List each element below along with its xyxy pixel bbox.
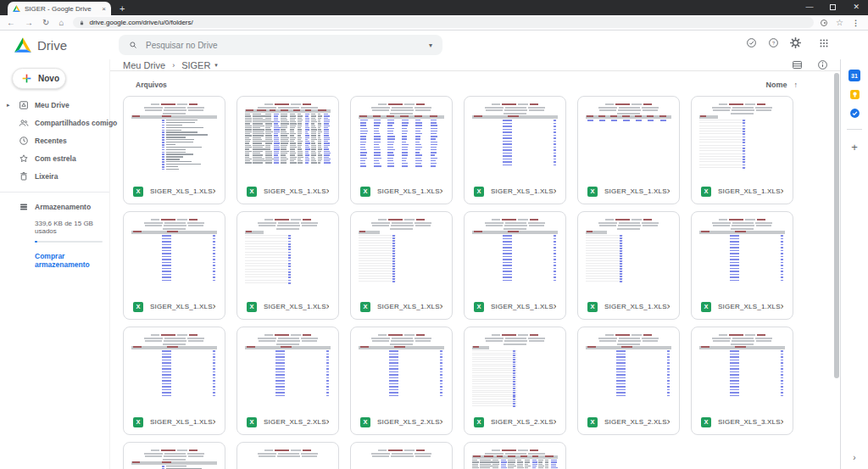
sidebar-item-label: Lixeira — [35, 172, 58, 181]
sidebar-item-meu-drive[interactable]: ▸ Meu Drive — [0, 96, 109, 114]
file-card[interactable]: X SIGER_XLS_1.XLSX — [691, 96, 793, 204]
file-card[interactable]: X SIGER_XLS_1.XLSX — [350, 96, 453, 204]
buy-storage-link[interactable]: Comprar armazenamento — [35, 252, 109, 269]
trash-icon — [19, 171, 29, 181]
file-thumbnail — [465, 97, 565, 179]
search-bar[interactable]: ▾ — [119, 35, 442, 55]
window-controls: — ✕ — [805, 3, 860, 11]
excel-file-icon: X — [701, 302, 711, 312]
file-card[interactable]: X SIGER_XLS_1.XLSX — [464, 96, 566, 204]
vertical-scrollbar[interactable] — [834, 73, 839, 378]
file-name: SIGER_XLS_1.XLSX — [604, 303, 670, 310]
starred-icon — [19, 154, 29, 164]
file-name: SIGER_XLS_1.XLSX — [264, 187, 329, 195]
search-icon — [129, 41, 137, 49]
sidebar-item-com-estrela[interactable]: ▸ Com estrela — [0, 149, 109, 167]
reload-icon[interactable]: ↻ — [42, 18, 49, 27]
forward-icon[interactable]: → — [25, 18, 33, 27]
toolbar-extension-icon[interactable] — [821, 20, 827, 26]
file-thumbnail — [692, 327, 793, 410]
browser-tab[interactable]: SIGER - Google Drive × — [8, 2, 111, 15]
help-icon[interactable]: ? — [768, 37, 779, 48]
file-card-footer: X SIGER_XLS_1.XLSX — [578, 179, 679, 204]
search-options-caret-icon[interactable]: ▾ — [429, 42, 432, 49]
file-thumbnail — [465, 443, 565, 469]
excel-file-icon: X — [247, 417, 257, 427]
file-card[interactable]: X — [236, 442, 339, 469]
file-card[interactable]: X SIGER_XLS_1.XLSX — [464, 211, 566, 320]
breadcrumb-separator-icon: › — [172, 61, 175, 70]
file-card[interactable]: X SIGER_XLS_1.XLSX — [577, 211, 680, 320]
info-icon[interactable] — [817, 59, 828, 70]
sidebar-item-storage[interactable]: Armazenamento — [0, 198, 109, 215]
file-name: SIGER_XLS_2.XLSX — [264, 418, 329, 426]
file-card-footer: X SIGER_XLS_1.XLSX — [237, 179, 338, 204]
file-card[interactable]: X SIGER_XLS_1.XLSX — [691, 211, 793, 320]
calendar-icon[interactable]: 31 — [849, 70, 860, 81]
offline-status-icon[interactable] — [746, 37, 757, 48]
breadcrumb-root[interactable]: Meu Drive — [123, 60, 165, 70]
drive-favicon-icon — [13, 5, 20, 12]
file-card[interactable]: X SIGER_XLS_2.XLSX — [350, 327, 453, 435]
file-card[interactable]: X — [464, 442, 566, 469]
sort-ascending-icon[interactable]: ↑ — [794, 81, 798, 89]
file-thumbnail — [578, 97, 679, 179]
file-name: SIGER_XLS_1.XLSX — [604, 187, 670, 195]
browser-menu-icon[interactable]: ⋮ — [852, 19, 860, 27]
file-card[interactable]: X SIGER_XLS_2.XLSX — [236, 327, 339, 435]
keep-icon[interactable] — [849, 89, 860, 100]
file-thumbnail — [124, 97, 225, 179]
multicolor-plus-icon — [21, 73, 32, 84]
new-button[interactable]: Novo — [12, 68, 66, 89]
file-card[interactable]: X SIGER_XLS_2.XLSX — [464, 327, 566, 435]
file-card[interactable]: X SIGER_XLS_3.XLSX — [691, 327, 793, 435]
excel-file-icon: X — [587, 417, 598, 427]
file-card[interactable]: X SIGER_XLS_1.XLSX — [123, 327, 225, 435]
sidebar-item-recentes[interactable]: ▸ Recentes — [0, 131, 109, 149]
new-tab-button[interactable]: + — [120, 3, 125, 14]
close-button[interactable]: ✕ — [853, 3, 860, 11]
file-card[interactable]: X — [350, 442, 453, 469]
sort-control[interactable]: Nome ↑ — [765, 81, 798, 89]
list-view-icon[interactable] — [792, 59, 803, 70]
sidebar-item-label: Armazenamento — [35, 203, 91, 211]
file-card[interactable]: X — [123, 442, 225, 469]
url-bar[interactable]: drive.google.com/drive/u/0/folders/ — [73, 17, 814, 28]
breadcrumb-current-folder[interactable]: SIGER — [181, 60, 210, 70]
svg-text:?: ? — [772, 41, 775, 46]
excel-file-icon: X — [474, 302, 484, 312]
file-name: SIGER_XLS_1.XLSX — [150, 303, 215, 310]
collapse-panel-chevron-icon[interactable]: › — [841, 453, 868, 462]
settings-gear-icon[interactable] — [790, 37, 801, 48]
file-card[interactable]: X SIGER_XLS_1.XLSX — [123, 96, 225, 204]
file-card[interactable]: X SIGER_XLS_1.XLSX — [577, 96, 680, 204]
file-card[interactable]: X SIGER_XLS_1.XLSX — [236, 211, 339, 320]
minimize-button[interactable]: — — [805, 3, 813, 11]
file-card[interactable]: X SIGER_XLS_1.XLSX — [350, 211, 453, 320]
add-addon-icon[interactable]: + — [851, 141, 858, 154]
tasks-icon[interactable] — [849, 108, 860, 119]
home-icon[interactable]: ⌂ — [58, 18, 64, 27]
excel-file-icon: X — [701, 417, 711, 427]
sidebar-item-compartilhados-comigo[interactable]: ▸ Compartilhados comigo — [0, 114, 109, 131]
expand-arrow-icon[interactable]: ▸ — [7, 102, 10, 109]
file-card[interactable]: X SIGER_XLS_2.XLSX — [577, 327, 680, 435]
search-input[interactable] — [146, 41, 420, 50]
file-thumbnail — [124, 327, 225, 410]
drive-logo[interactable]: Drive — [14, 37, 67, 53]
excel-file-icon: X — [360, 417, 370, 427]
file-card[interactable]: X SIGER_XLS_1.XLSX — [236, 96, 339, 204]
file-card-footer: X SIGER_XLS_1.XLSX — [124, 294, 225, 319]
apps-grid-icon[interactable] — [819, 38, 829, 48]
restore-button[interactable] — [830, 4, 836, 10]
sidebar-item-lixeira[interactable]: ▸ Lixeira — [0, 167, 109, 185]
file-name: SIGER_XLS_1.XLSX — [491, 303, 556, 310]
tab-close-icon[interactable]: × — [102, 5, 106, 13]
my-drive-icon — [19, 100, 29, 110]
bookmark-star-icon[interactable]: ☆ — [836, 18, 843, 27]
file-card[interactable]: X SIGER_XLS_1.XLSX — [123, 211, 225, 320]
sort-label[interactable]: Nome — [765, 81, 787, 89]
folder-menu-caret-icon[interactable]: ▾ — [214, 62, 218, 69]
back-icon[interactable]: ← — [7, 18, 15, 27]
files-grid: X SIGER_XLS_1.XLSX X SIGER_XLS_1.XLSX X … — [110, 96, 840, 469]
